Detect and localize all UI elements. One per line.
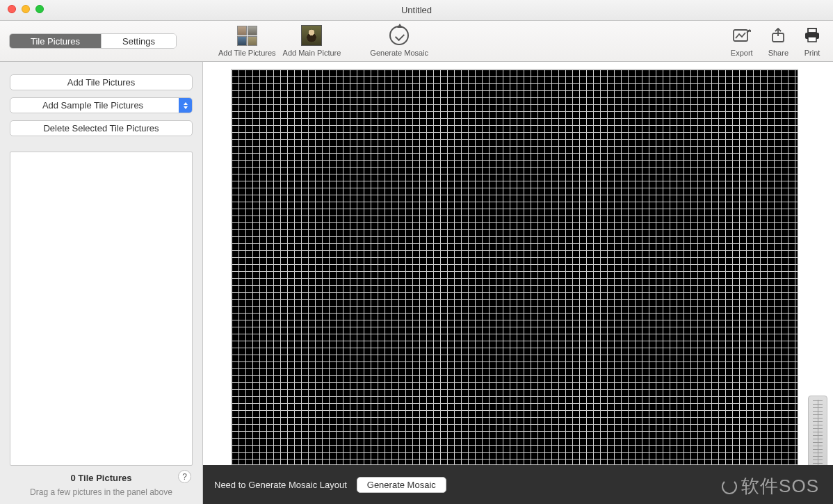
svg-rect-3 <box>808 29 816 33</box>
watermark: 软件SOS <box>722 474 819 498</box>
sidebar-delete-button[interactable]: Delete Selected Tile Pictures <box>10 120 193 136</box>
main-area: Add Tile Pictures Add Sample Tile Pictur… <box>0 62 833 504</box>
titlebar: Untitled <box>0 0 833 21</box>
sidebar: Add Tile Pictures Add Sample Tile Pictur… <box>0 62 203 504</box>
export-icon <box>733 25 751 46</box>
mosaic-preview-grid[interactable] <box>231 69 798 465</box>
sidebar-footer: 0 Tile Pictures Drag a few pictures in t… <box>10 466 193 497</box>
zoom-window-button[interactable] <box>35 5 44 13</box>
svg-rect-5 <box>808 37 816 42</box>
drag-hint: Drag a few pictures in the panel above <box>10 487 193 497</box>
share-button[interactable]: Share <box>768 25 788 57</box>
add-tile-pictures-button[interactable]: Add Tile Pictures <box>218 25 276 57</box>
print-button[interactable]: Print <box>804 25 820 57</box>
segmented-control: Tile Pictures Settings <box>9 33 177 49</box>
bottom-bar: Need to Generate Mosaic Layout Generate … <box>203 465 833 504</box>
bottom-generate-button[interactable]: Generate Mosaic <box>357 477 446 493</box>
export-label: Export <box>731 49 753 57</box>
window-title: Untitled <box>401 5 432 15</box>
add-tile-label: Add Tile Pictures <box>218 49 276 57</box>
add-sample-label: Add Sample Tile Pictures <box>42 100 143 111</box>
tab-tile-pictures[interactable]: Tile Pictures <box>10 34 102 48</box>
sidebar-add-sample-dropdown[interactable]: Add Sample Tile Pictures <box>10 97 193 113</box>
generate-label: Generate Mosaic <box>370 49 428 57</box>
generate-mosaic-button[interactable]: Generate Mosaic <box>370 25 428 57</box>
canvas-area: Need to Generate Mosaic Layout Generate … <box>203 62 833 504</box>
print-label: Print <box>804 49 820 57</box>
status-message: Need to Generate Mosaic Layout <box>214 480 347 490</box>
watermark-text: 软件SOS <box>741 474 819 498</box>
export-button[interactable]: Export <box>731 25 753 57</box>
tile-count-label: 0 Tile Pictures <box>10 473 193 483</box>
share-icon <box>771 25 785 46</box>
toolbar-right: Export Share Print <box>715 25 820 57</box>
add-main-picture-button[interactable]: Add Main Picture <box>283 25 341 57</box>
toolbar: Tile Pictures Settings Add Tile Pictures… <box>0 21 833 62</box>
printer-icon <box>804 25 820 46</box>
window-controls <box>8 5 44 13</box>
tab-settings[interactable]: Settings <box>102 34 176 48</box>
share-label: Share <box>768 49 788 57</box>
add-main-label: Add Main Picture <box>283 49 341 57</box>
help-button[interactable]: ? <box>178 470 191 483</box>
sidebar-add-tile-button[interactable]: Add Tile Pictures <box>10 74 193 90</box>
dropdown-arrows-icon <box>179 98 192 113</box>
generate-icon <box>389 25 409 46</box>
tile-pictures-panel[interactable] <box>10 152 193 466</box>
close-window-button[interactable] <box>8 5 16 13</box>
main-picture-icon <box>301 25 322 46</box>
minimize-window-button[interactable] <box>22 5 30 13</box>
watermark-icon <box>722 479 737 494</box>
tile-thumbs-icon <box>237 25 257 46</box>
